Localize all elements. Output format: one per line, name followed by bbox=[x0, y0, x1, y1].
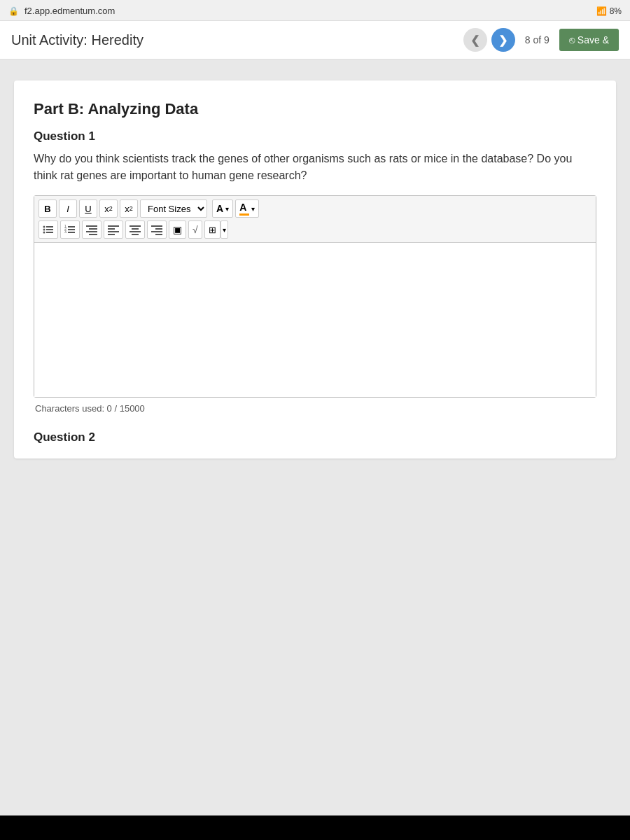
svg-rect-17 bbox=[108, 228, 115, 230]
content-card: Part B: Analyzing Data Question 1 Why do… bbox=[14, 80, 616, 458]
question1-text: Why do you think scientists track the ge… bbox=[34, 150, 596, 184]
page-indicator: 8 of 9 bbox=[519, 34, 555, 46]
italic-button[interactable]: I bbox=[59, 200, 77, 218]
page-content: Part B: Analyzing Data Question 1 Why do… bbox=[0, 59, 630, 816]
wifi-indicator: 📶 8% bbox=[596, 6, 622, 16]
superscript-button[interactable]: x2 bbox=[99, 200, 118, 218]
table-btn-group: ⊞ ▾ bbox=[204, 220, 228, 239]
app-title: Unit Activity: Heredity bbox=[11, 32, 456, 48]
page-current: 8 bbox=[525, 34, 531, 46]
align-center-button[interactable] bbox=[125, 220, 145, 239]
indent-decrease-icon bbox=[86, 224, 97, 235]
list-ul-icon bbox=[43, 224, 54, 235]
app-header: Unit Activity: Heredity ❮ ❯ 8 of 9 ⎋ Sav… bbox=[0, 21, 630, 59]
page-of-text: of bbox=[533, 34, 541, 46]
nav-controls: ❮ ❯ 8 of 9 ⎋ Save & bbox=[463, 28, 619, 52]
svg-rect-19 bbox=[108, 234, 115, 235]
svg-rect-18 bbox=[108, 231, 119, 232]
browser-chrome: 🔒 f2.app.edmentum.com 📶 8% bbox=[0, 0, 630, 21]
part-title: Part B: Analyzing Data bbox=[34, 100, 596, 118]
align-left-icon bbox=[108, 224, 119, 235]
wifi-icon: 📶 bbox=[596, 6, 607, 16]
align-center-icon bbox=[130, 224, 141, 235]
save-button[interactable]: ⎋ Save & bbox=[559, 29, 619, 51]
svg-rect-26 bbox=[151, 231, 162, 232]
svg-rect-15 bbox=[89, 234, 97, 235]
editor-body[interactable] bbox=[34, 243, 596, 397]
table-dropdown-button[interactable]: ▾ bbox=[220, 220, 228, 239]
url-bar: f2.app.edmentum.com bbox=[24, 6, 115, 16]
align-right-button[interactable] bbox=[147, 220, 167, 239]
list-ol-icon: 1. 2. 3. bbox=[64, 224, 76, 235]
svg-rect-11 bbox=[68, 232, 75, 233]
font-color-chevron: ▾ bbox=[225, 205, 229, 213]
question1-label: Question 1 bbox=[34, 130, 596, 144]
svg-rect-3 bbox=[46, 229, 53, 230]
lock-icon: 🔒 bbox=[8, 6, 19, 16]
toolbar-row-2: 1. 2. 3. bbox=[38, 220, 592, 239]
question2-label: Question 2 bbox=[34, 430, 596, 444]
highlight-color-display: A bbox=[239, 202, 249, 216]
editor-toolbar: B I U x2 x2 Font Sizes A ▾ A bbox=[34, 196, 596, 243]
svg-point-2 bbox=[43, 229, 46, 231]
save-icon: ⎋ bbox=[569, 34, 575, 46]
svg-rect-1 bbox=[46, 226, 53, 227]
subscript-button[interactable]: x2 bbox=[120, 200, 138, 218]
svg-rect-21 bbox=[132, 228, 139, 230]
svg-rect-13 bbox=[89, 228, 97, 230]
font-color-a: A bbox=[216, 203, 223, 214]
prev-button[interactable]: ❮ bbox=[463, 28, 487, 52]
svg-point-0 bbox=[43, 226, 46, 228]
ordered-list-button[interactable]: 1. 2. 3. bbox=[60, 220, 80, 239]
svg-rect-25 bbox=[155, 228, 162, 230]
underline-button[interactable]: U bbox=[79, 200, 97, 218]
font-color-button[interactable]: A ▾ bbox=[212, 200, 233, 218]
image-button[interactable]: ▣ bbox=[169, 220, 186, 239]
formula-button[interactable]: √ bbox=[188, 220, 202, 239]
svg-text:3.: 3. bbox=[64, 230, 67, 234]
font-size-select[interactable]: Font Sizes bbox=[140, 200, 207, 218]
highlight-color-button[interactable]: A ▾ bbox=[235, 200, 259, 218]
svg-rect-24 bbox=[151, 225, 162, 227]
svg-rect-16 bbox=[108, 225, 119, 227]
indent-decrease-button[interactable] bbox=[82, 220, 102, 239]
unordered-list-button[interactable] bbox=[38, 220, 58, 239]
svg-rect-27 bbox=[155, 234, 162, 235]
svg-rect-7 bbox=[68, 226, 75, 227]
toolbar-row-1: B I U x2 x2 Font Sizes A ▾ A bbox=[38, 200, 592, 218]
svg-point-4 bbox=[43, 232, 46, 234]
page-total: 9 bbox=[544, 34, 550, 46]
rich-text-editor: B I U x2 x2 Font Sizes A ▾ A bbox=[34, 195, 596, 398]
bold-button[interactable]: B bbox=[38, 200, 57, 218]
svg-rect-9 bbox=[68, 229, 75, 230]
svg-rect-12 bbox=[86, 225, 97, 227]
svg-rect-5 bbox=[46, 232, 53, 233]
align-right-icon bbox=[151, 224, 162, 235]
highlight-chevron: ▾ bbox=[251, 205, 255, 213]
align-left-button[interactable] bbox=[104, 220, 123, 239]
char-count: Characters used: 0 / 15000 bbox=[34, 403, 596, 414]
next-button[interactable]: ❯ bbox=[491, 28, 515, 52]
svg-rect-20 bbox=[130, 225, 141, 227]
svg-rect-23 bbox=[132, 234, 139, 235]
svg-rect-22 bbox=[130, 231, 141, 232]
svg-rect-14 bbox=[86, 231, 97, 232]
table-button[interactable]: ⊞ bbox=[204, 220, 220, 239]
